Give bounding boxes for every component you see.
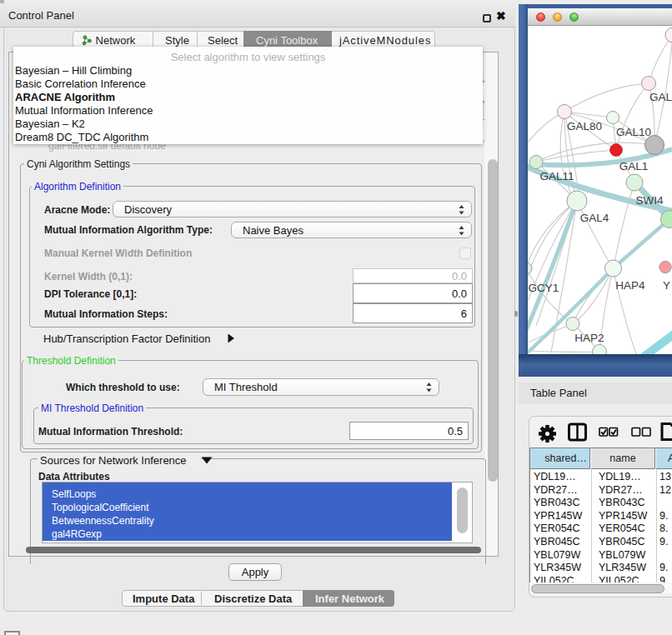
svg-text:GAL: GAL bbox=[649, 91, 672, 103]
svg-text:Y: Y bbox=[663, 279, 670, 292]
svg-text:GAL11: GAL11 bbox=[539, 170, 574, 182]
svg-text:GAL80: GAL80 bbox=[567, 120, 602, 132]
svg-text:GAL1: GAL1 bbox=[619, 160, 649, 172]
svg-text:SWI4: SWI4 bbox=[635, 194, 663, 207]
svg-text:GAL4: GAL4 bbox=[580, 212, 609, 224]
svg-text:GAL10: GAL10 bbox=[616, 126, 651, 138]
svg-text:GCY1: GCY1 bbox=[529, 282, 559, 294]
svg-text:HAP4: HAP4 bbox=[615, 279, 645, 292]
svg-text:HAP2: HAP2 bbox=[574, 332, 604, 344]
